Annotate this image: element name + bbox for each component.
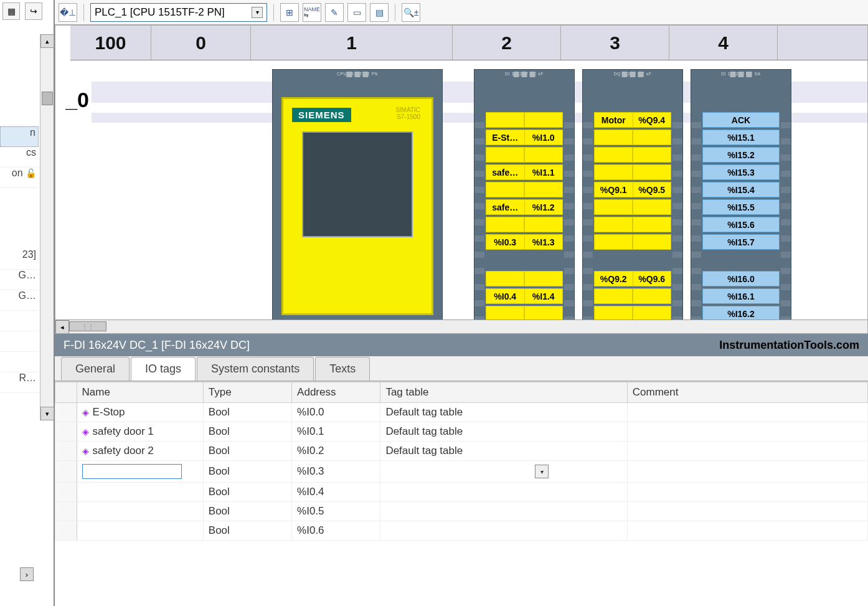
io-channel[interactable]: ACK: [702, 112, 780, 128]
io-channel[interactable]: safe…%I1.1: [486, 164, 563, 180]
tree-row[interactable]: R…: [0, 372, 39, 393]
io-channel[interactable]: [594, 199, 671, 215]
tree-row[interactable]: G…: [0, 270, 39, 290]
tab-io-tags[interactable]: IO tags: [131, 357, 196, 381]
io-channel[interactable]: %I15.5: [702, 199, 780, 215]
io-channel[interactable]: %I15.1: [702, 130, 780, 145]
module-slot-2[interactable]: DI 16x24V DC xF E-St…%I1.0safe…%I1.1safe…: [474, 69, 575, 324]
scroll-down-button[interactable]: ▾: [40, 407, 54, 420]
tag-name-cell[interactable]: E-Stop: [77, 403, 203, 422]
tb-icon-3[interactable]: ✎: [325, 3, 344, 22]
io-tag-row[interactable]: safety door 2Bool%I0.2Default tag table: [55, 442, 868, 461]
scroll-up-button[interactable]: ▴: [40, 34, 54, 48]
tag-table-cell[interactable]: [380, 502, 627, 521]
col-header-comment[interactable]: Comment: [627, 382, 867, 403]
device-rack-view[interactable]: 10001234 _0 CPU 1515TF-2 PN SIEMENS SIMA…: [55, 25, 868, 334]
expand-right-button[interactable]: ›: [20, 567, 34, 581]
tag-comment-cell[interactable]: [627, 442, 867, 461]
tag-address-cell[interactable]: %I0.6: [292, 521, 380, 541]
zoom-icon[interactable]: 🔍±: [402, 3, 420, 22]
col-header-name[interactable]: Name: [77, 382, 203, 403]
io-tags-table-wrap[interactable]: NameTypeAddressTag tableComment E-StopBo…: [55, 381, 868, 606]
left-icon-2[interactable]: ↪: [25, 2, 42, 20]
tag-type-cell[interactable]: Bool: [203, 422, 291, 442]
plc-selector[interactable]: PLC_1 [CPU 1515TF-2 PN] ▾: [90, 3, 267, 22]
io-channel[interactable]: %I0.4%I1.4: [486, 288, 563, 304]
tag-comment-cell[interactable]: [627, 403, 867, 422]
io-channel[interactable]: %Q9.2%Q9.6: [594, 271, 671, 286]
tree-row[interactable]: [0, 106, 39, 126]
tab-texts[interactable]: Texts: [315, 357, 370, 381]
tag-name-cell[interactable]: [77, 502, 203, 521]
io-channel[interactable]: [594, 288, 671, 304]
tb-icon-1[interactable]: ⊞: [280, 3, 299, 22]
module-slot-4[interactable]: DI 16x24V DC SA ACK%I15.1%I15.2%I15.3%I1…: [691, 69, 791, 324]
tag-type-cell[interactable]: Bool: [203, 461, 291, 483]
tagtable-dropdown-button[interactable]: ▾: [535, 465, 549, 478]
tag-comment-cell[interactable]: [627, 502, 867, 521]
tb-icon-5[interactable]: ▤: [370, 3, 389, 22]
module-slot-3[interactable]: DQ 8x24V DC xF Motor%Q9.4%Q9.1%Q9.5%Q9.2…: [582, 69, 683, 324]
tag-name-cell[interactable]: safety door 1: [77, 422, 203, 442]
module-cpu[interactable]: CPU 1515TF-2 PN SIEMENS SIMATIC S7-1500: [272, 69, 443, 324]
io-channel[interactable]: [594, 147, 671, 163]
tag-type-cell[interactable]: Bool: [203, 483, 291, 502]
tree-row[interactable]: n: [0, 126, 39, 147]
io-tag-row[interactable]: E-StopBool%I0.0Default tag table: [55, 403, 868, 422]
io-channel[interactable]: E-St…%I1.0: [486, 130, 563, 145]
tab-system-constants[interactable]: System constants: [197, 357, 314, 381]
tag-name-cell[interactable]: safety door 2: [77, 442, 203, 461]
col-header-address[interactable]: Address: [292, 382, 380, 403]
col-header-tag-table[interactable]: Tag table: [380, 382, 627, 403]
io-channel[interactable]: %I0.3%I1.3: [486, 234, 563, 250]
tag-table-cell[interactable]: [380, 483, 627, 502]
topology-icon[interactable]: �⊥: [59, 3, 77, 22]
tree-row[interactable]: G…: [0, 290, 39, 311]
io-channel[interactable]: [594, 217, 671, 232]
io-channel[interactable]: %Q9.1%Q9.5: [594, 182, 671, 197]
tag-name-input[interactable]: [82, 464, 182, 479]
tag-comment-cell[interactable]: [627, 422, 867, 442]
io-channel[interactable]: [594, 234, 671, 250]
tag-type-cell[interactable]: Bool: [203, 502, 291, 521]
tag-name-cell[interactable]: [77, 483, 203, 502]
tag-comment-cell[interactable]: [627, 483, 867, 502]
io-channel[interactable]: [486, 182, 563, 197]
tag-comment-cell[interactable]: [627, 461, 867, 483]
tag-type-cell[interactable]: Bool: [203, 403, 291, 422]
chevron-down-icon[interactable]: ▾: [252, 7, 263, 18]
io-channel[interactable]: [486, 271, 563, 286]
scroll-thumb[interactable]: [42, 92, 53, 105]
tag-table-cell[interactable]: [380, 521, 627, 541]
tag-table-cell[interactable]: Default tag table: [380, 403, 627, 422]
io-channel[interactable]: %I15.3: [702, 164, 780, 180]
io-channel[interactable]: %I15.7: [702, 234, 780, 250]
tree-row[interactable]: cs: [0, 147, 39, 168]
col-header-icon[interactable]: [55, 382, 77, 403]
tree-row[interactable]: [0, 331, 39, 352]
tree-row[interactable]: [0, 352, 39, 372]
io-channel[interactable]: %I15.2: [702, 147, 780, 163]
tag-name-cell[interactable]: [77, 521, 203, 541]
io-channel[interactable]: %I16.0: [702, 271, 780, 286]
tag-address-cell[interactable]: %I0.5: [292, 502, 380, 521]
io-tag-row[interactable]: Bool%I0.4: [55, 483, 868, 502]
left-scrollbar[interactable]: ▴ ▾: [40, 34, 54, 420]
tag-address-cell[interactable]: %I0.4: [292, 483, 380, 502]
io-channel[interactable]: %I15.6: [702, 217, 780, 232]
io-channel[interactable]: [486, 217, 563, 232]
scroll-left-button[interactable]: ◂: [55, 320, 69, 334]
io-channel[interactable]: [594, 130, 671, 145]
io-channel[interactable]: Motor%Q9.4: [594, 112, 671, 128]
tab-general[interactable]: General: [61, 357, 130, 381]
rack-h-scrollbar[interactable]: ◂ ⋮⋮: [55, 320, 867, 333]
tag-address-cell[interactable]: %I0.3: [292, 461, 380, 483]
io-tag-row[interactable]: Bool%I0.5: [55, 502, 868, 521]
tag-type-cell[interactable]: Bool: [203, 521, 291, 541]
io-channel[interactable]: %I16.1: [702, 288, 780, 304]
io-tag-row[interactable]: Bool%I0.3▾: [55, 461, 868, 483]
io-tag-row[interactable]: Bool%I0.6: [55, 521, 868, 541]
tag-address-cell[interactable]: %I0.1: [292, 422, 380, 442]
tag-address-cell[interactable]: %I0.0: [292, 403, 380, 422]
tag-table-cell[interactable]: ▾: [380, 461, 627, 483]
